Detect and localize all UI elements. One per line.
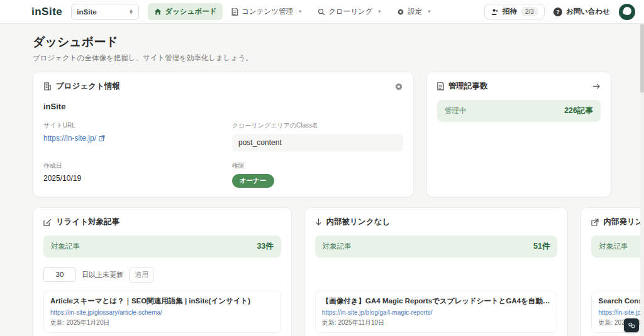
avatar[interactable] (619, 4, 635, 20)
days-input[interactable] (43, 267, 76, 282)
project-info-card: プロジェクト情報 inSite サイトURL https://in-site.j… (33, 72, 414, 197)
search-icon (318, 8, 325, 16)
nav-item-content-management[interactable]: コンテンツ管理 ▼ (225, 3, 309, 20)
topbar-right: 招待 2/3 ? お問い合わせ (484, 4, 635, 20)
page-subtitle: プロジェクトの全体像を把握し、サイト管理を効率化しましょう。 (33, 53, 611, 63)
contact-button[interactable]: ? お問い合わせ (553, 7, 610, 16)
project-select[interactable]: inSite ▲▼ (71, 4, 139, 20)
class-name-label: クローリングエリアのClass名 (232, 121, 403, 130)
days-suffix-label: 日以上未更新 (82, 270, 123, 279)
article-updated: 更新: 2025年11月10日 (322, 318, 551, 327)
nav-item-settings[interactable]: 設定 ▼ (391, 3, 438, 20)
created-field: 作成日 2025/10/19 (43, 161, 214, 188)
apply-button[interactable]: 適用 (129, 267, 154, 283)
page-title: ダッシュボード (33, 34, 611, 50)
topbar: inSite inSite ▲▼ ダッシュボード コンテンツ管理 ▼ クローリン… (0, 0, 644, 24)
chevron-down-icon: ▼ (297, 9, 303, 14)
home-icon (154, 8, 162, 16)
card-title: 内部発リンクなし (603, 217, 644, 227)
file-icon (437, 82, 444, 90)
summary-label: 対象記事 (323, 242, 352, 251)
card-title: 内部被リンクなし (326, 217, 390, 227)
link-extension-button[interactable] (624, 318, 639, 332)
inbound-article-list: 【画像付き】GA4 Magic ReportsでスプレッドシートとGA4を自動…… (315, 291, 558, 336)
nav-label: 設定 (408, 7, 422, 16)
contact-label: お問い合わせ (566, 7, 610, 16)
role-field: 権限 オーナー (232, 161, 403, 188)
nav-item-crawling[interactable]: クローリング ▼ (311, 3, 388, 20)
class-name-field: クローリングエリアのClass名 post_content (232, 121, 403, 151)
managed-row-value: 226記事 (564, 106, 593, 116)
summary-strip: 対象記事 33件 (43, 236, 281, 257)
spacer (591, 257, 644, 282)
project-name: inSite (43, 102, 403, 111)
app-logo: inSite (31, 6, 62, 18)
arrow-right-icon[interactable] (592, 83, 601, 90)
invite-button[interactable]: 招待 2/3 (484, 4, 545, 19)
summary-value: 33件 (257, 241, 273, 252)
invite-count-badge: 2/3 (521, 7, 538, 16)
managed-row-label: 管理中 (445, 106, 467, 116)
summary-value: 51件 (533, 241, 550, 252)
gear-icon (397, 8, 404, 16)
managed-articles-card: 管理記事数 管理中 226記事 (426, 72, 611, 197)
row-article-lists: リライト対象記事 対象記事 33件 日以上未更新 適用 Articleスキーマと… (33, 207, 611, 336)
row-project-info: プロジェクト情報 inSite サイトURL https://in-site.j… (33, 72, 611, 197)
nav-label: クローリング (328, 7, 372, 16)
project-settings-gear-icon[interactable] (394, 82, 403, 91)
owner-badge: オーナー (232, 174, 274, 188)
scrollbar-thumb[interactable] (640, 24, 644, 93)
card-title: リライト対象記事 (56, 217, 119, 227)
days-filter: 日以上未更新 適用 (43, 267, 281, 282)
class-name-value: post_content (232, 134, 403, 151)
chevron-down-icon: ▼ (426, 9, 431, 14)
person-plus-icon (491, 8, 499, 16)
project-select-value: inSite (77, 8, 96, 16)
edit-icon (43, 218, 52, 226)
summary-strip: 対象記事 1件 (591, 236, 644, 257)
nav-label: ダッシュボード (165, 7, 216, 16)
chevron-down-icon: ▼ (377, 9, 382, 14)
managed-count-row[interactable]: 管理中 226記事 (437, 100, 601, 122)
article-title: Search Consoleで内部リンクを確認する方法【画面キャプチャで詳… (598, 296, 644, 306)
article-url[interactable]: https://in-site.jp/blog/ga4-magic-report… (322, 309, 551, 316)
no-outbound-links-card: 内部発リンクなし 対象記事 1件 Search Consoleで内部リンクを確認… (580, 207, 644, 336)
spacer (315, 257, 558, 282)
role-label: 権限 (232, 161, 403, 170)
dashboard-page: ダッシュボード プロジェクトの全体像を把握し、サイト管理を効率化しましょう。 プ… (0, 24, 644, 336)
document-icon (231, 8, 238, 16)
article-url[interactable]: https://in-site.jp/glossary/article-sche… (50, 309, 274, 316)
article-item[interactable]: 【画像付き】GA4 Magic ReportsでスプレッドシートとGA4を自動…… (315, 291, 558, 333)
site-url-label: サイトURL (43, 121, 214, 130)
summary-label: 対象記事 (51, 242, 80, 251)
summary-strip: 対象記事 51件 (315, 236, 558, 257)
site-url-field: サイトURL https://in-site.jp/ (43, 121, 214, 151)
building-icon (43, 82, 52, 90)
nav-label: コンテンツ管理 (242, 7, 293, 16)
card-title: 管理記事数 (448, 81, 488, 92)
question-circle-icon: ? (553, 8, 562, 16)
article-title: Articleスキーマとは？｜SEO関連用語集 | inSite(インサイト) (50, 296, 274, 306)
site-url-link[interactable]: https://in-site.jp/ (43, 134, 105, 143)
rewrite-target-card: リライト対象記事 対象記事 33件 日以上未更新 適用 Articleスキーマと… (33, 207, 292, 336)
no-inbound-links-card: 内部被リンクなし 対象記事 51件 【画像付き】GA4 Magic Report… (304, 207, 569, 336)
created-value: 2025/10/19 (43, 174, 214, 183)
rewrite-article-list: Articleスキーマとは？｜SEO関連用語集 | inSite(インサイト) … (43, 291, 281, 336)
select-arrows-icon: ▲▼ (128, 9, 133, 14)
summary-label: 対象記事 (599, 242, 628, 251)
card-title: プロジェクト情報 (56, 81, 120, 92)
arrow-down-icon (315, 218, 322, 226)
nav-item-dashboard[interactable]: ダッシュボード (148, 3, 223, 20)
article-url[interactable]: https://in-site.jp/blog/search-console-i… (598, 309, 644, 316)
invite-label: 招待 (502, 7, 517, 16)
article-updated: 更新: 2025年1月20日 (50, 318, 274, 327)
article-title: 【画像付き】GA4 Magic ReportsでスプレッドシートとGA4を自動… (322, 296, 551, 306)
scrollbar[interactable] (640, 24, 644, 336)
created-label: 作成日 (43, 161, 214, 170)
article-item[interactable]: Articleスキーマとは？｜SEO関連用語集 | inSite(インサイト) … (43, 291, 281, 333)
external-link-icon (591, 219, 599, 226)
external-link-icon (99, 135, 105, 141)
main-nav: ダッシュボード コンテンツ管理 ▼ クローリング ▼ 設定 ▼ (148, 3, 438, 20)
